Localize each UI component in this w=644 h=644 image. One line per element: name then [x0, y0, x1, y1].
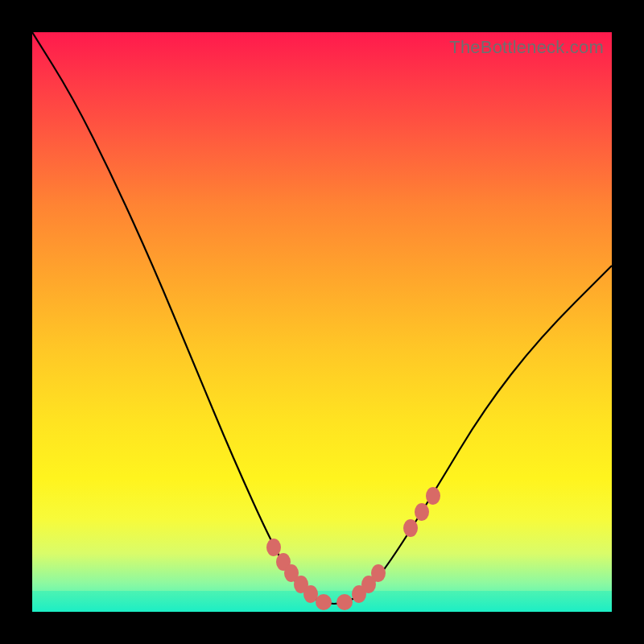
marker-group [266, 487, 440, 610]
marker-pill [316, 594, 332, 610]
marker-dot [371, 564, 386, 582]
watermark-text: TheBottleneck.com [449, 37, 604, 58]
marker-dot [426, 487, 440, 505]
curve-layer [32, 32, 612, 612]
plot-area: TheBottleneck.com [32, 32, 612, 612]
chart-frame: TheBottleneck.com [0, 0, 644, 644]
marker-dot [415, 503, 429, 521]
bottleneck-curve [32, 32, 612, 604]
marker-dot [266, 539, 281, 556]
marker-dot [403, 519, 418, 537]
marker-pill [336, 594, 353, 610]
